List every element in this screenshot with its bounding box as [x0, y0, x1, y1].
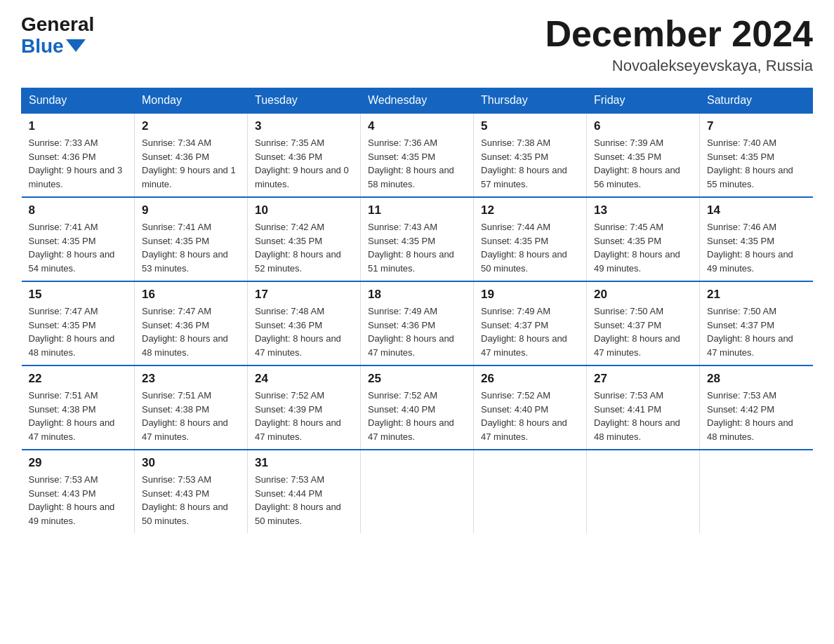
day-info: Sunrise: 7:42 AMSunset: 4:35 PMDaylight:… — [255, 222, 341, 274]
calendar-day-cell: 26 Sunrise: 7:52 AMSunset: 4:40 PMDaylig… — [474, 365, 587, 450]
calendar-day-cell: 17 Sunrise: 7:48 AMSunset: 4:36 PMDaylig… — [248, 281, 361, 365]
weekday-header-thursday: Thursday — [474, 88, 587, 114]
day-info: Sunrise: 7:53 AMSunset: 4:43 PMDaylight:… — [142, 474, 228, 526]
calendar-day-cell: 8 Sunrise: 7:41 AMSunset: 4:35 PMDayligh… — [22, 197, 135, 281]
location-label: Novoalekseyevskaya, Russia — [545, 57, 813, 75]
calendar-day-cell: 11 Sunrise: 7:43 AMSunset: 4:35 PMDaylig… — [361, 197, 474, 281]
calendar-table: SundayMondayTuesdayWednesdayThursdayFrid… — [21, 88, 813, 533]
weekday-header-tuesday: Tuesday — [248, 88, 361, 114]
day-number: 29 — [29, 456, 128, 470]
day-number: 5 — [481, 119, 579, 133]
day-number: 25 — [368, 372, 466, 386]
calendar-day-cell: 6 Sunrise: 7:39 AMSunset: 4:35 PMDayligh… — [587, 113, 700, 197]
day-info: Sunrise: 7:50 AMSunset: 4:37 PMDaylight:… — [707, 306, 793, 358]
day-number: 21 — [707, 288, 806, 302]
calendar-day-cell: 28 Sunrise: 7:53 AMSunset: 4:42 PMDaylig… — [700, 365, 813, 450]
calendar-day-cell: 18 Sunrise: 7:49 AMSunset: 4:36 PMDaylig… — [361, 281, 474, 365]
day-info: Sunrise: 7:41 AMSunset: 4:35 PMDaylight:… — [29, 222, 115, 274]
day-number: 26 — [481, 372, 579, 386]
weekday-header-monday: Monday — [135, 88, 248, 114]
calendar-day-cell: 10 Sunrise: 7:42 AMSunset: 4:35 PMDaylig… — [248, 197, 361, 281]
page-header: General Blue December 2024 Novoalekseyev… — [21, 14, 813, 75]
calendar-body: 1 Sunrise: 7:33 AMSunset: 4:36 PMDayligh… — [22, 113, 813, 533]
day-info: Sunrise: 7:39 AMSunset: 4:35 PMDaylight:… — [594, 137, 680, 189]
calendar-header: SundayMondayTuesdayWednesdayThursdayFrid… — [22, 88, 813, 114]
calendar-day-cell: 24 Sunrise: 7:52 AMSunset: 4:39 PMDaylig… — [248, 365, 361, 450]
calendar-week-row: 8 Sunrise: 7:41 AMSunset: 4:35 PMDayligh… — [22, 197, 813, 281]
day-number: 15 — [29, 288, 128, 302]
day-info: Sunrise: 7:34 AMSunset: 4:36 PMDaylight:… — [142, 137, 236, 189]
calendar-day-cell: 15 Sunrise: 7:47 AMSunset: 4:35 PMDaylig… — [22, 281, 135, 365]
day-number: 2 — [142, 119, 240, 133]
day-number: 16 — [142, 288, 240, 302]
day-number: 22 — [29, 372, 128, 386]
calendar-day-cell: 2 Sunrise: 7:34 AMSunset: 4:36 PMDayligh… — [135, 113, 248, 197]
calendar-day-cell — [474, 450, 587, 533]
calendar-day-cell: 12 Sunrise: 7:44 AMSunset: 4:35 PMDaylig… — [474, 197, 587, 281]
day-number: 6 — [594, 119, 692, 133]
calendar-day-cell: 25 Sunrise: 7:52 AMSunset: 4:40 PMDaylig… — [361, 365, 474, 450]
day-info: Sunrise: 7:49 AMSunset: 4:36 PMDaylight:… — [368, 306, 454, 358]
weekday-header-wednesday: Wednesday — [361, 88, 474, 114]
weekday-header-saturday: Saturday — [700, 88, 813, 114]
calendar-day-cell: 3 Sunrise: 7:35 AMSunset: 4:36 PMDayligh… — [248, 113, 361, 197]
day-number: 23 — [142, 372, 240, 386]
calendar-day-cell: 19 Sunrise: 7:49 AMSunset: 4:37 PMDaylig… — [474, 281, 587, 365]
day-info: Sunrise: 7:35 AMSunset: 4:36 PMDaylight:… — [255, 137, 349, 189]
calendar-day-cell: 14 Sunrise: 7:46 AMSunset: 4:35 PMDaylig… — [700, 197, 813, 281]
calendar-day-cell: 9 Sunrise: 7:41 AMSunset: 4:35 PMDayligh… — [135, 197, 248, 281]
logo-blue-text: Blue — [21, 36, 94, 58]
weekday-row: SundayMondayTuesdayWednesdayThursdayFrid… — [22, 88, 813, 114]
logo-general-text: General — [21, 14, 94, 36]
day-info: Sunrise: 7:50 AMSunset: 4:37 PMDaylight:… — [594, 306, 680, 358]
day-info: Sunrise: 7:41 AMSunset: 4:35 PMDaylight:… — [142, 222, 228, 274]
day-number: 18 — [368, 288, 466, 302]
calendar-day-cell: 29 Sunrise: 7:53 AMSunset: 4:43 PMDaylig… — [22, 450, 135, 533]
day-info: Sunrise: 7:52 AMSunset: 4:39 PMDaylight:… — [255, 390, 341, 442]
weekday-header-friday: Friday — [587, 88, 700, 114]
calendar-day-cell: 1 Sunrise: 7:33 AMSunset: 4:36 PMDayligh… — [22, 113, 135, 197]
day-number: 8 — [29, 203, 128, 217]
day-number: 24 — [255, 372, 353, 386]
day-number: 11 — [368, 203, 466, 217]
calendar-day-cell: 21 Sunrise: 7:50 AMSunset: 4:37 PMDaylig… — [700, 281, 813, 365]
day-info: Sunrise: 7:36 AMSunset: 4:35 PMDaylight:… — [368, 137, 454, 189]
day-number: 30 — [142, 456, 240, 470]
calendar-day-cell: 16 Sunrise: 7:47 AMSunset: 4:36 PMDaylig… — [135, 281, 248, 365]
day-info: Sunrise: 7:52 AMSunset: 4:40 PMDaylight:… — [481, 390, 567, 442]
calendar-day-cell: 30 Sunrise: 7:53 AMSunset: 4:43 PMDaylig… — [135, 450, 248, 533]
calendar-day-cell: 13 Sunrise: 7:45 AMSunset: 4:35 PMDaylig… — [587, 197, 700, 281]
logo-triangle-icon — [66, 39, 86, 52]
day-number: 28 — [707, 372, 806, 386]
day-number: 14 — [707, 203, 806, 217]
day-number: 10 — [255, 203, 353, 217]
day-info: Sunrise: 7:51 AMSunset: 4:38 PMDaylight:… — [29, 390, 115, 442]
day-number: 17 — [255, 288, 353, 302]
day-info: Sunrise: 7:47 AMSunset: 4:35 PMDaylight:… — [29, 306, 115, 358]
calendar-day-cell: 20 Sunrise: 7:50 AMSunset: 4:37 PMDaylig… — [587, 281, 700, 365]
title-block: December 2024 Novoalekseyevskaya, Russia — [545, 14, 813, 75]
day-number: 27 — [594, 372, 692, 386]
calendar-day-cell: 27 Sunrise: 7:53 AMSunset: 4:41 PMDaylig… — [587, 365, 700, 450]
day-number: 19 — [481, 288, 579, 302]
day-info: Sunrise: 7:40 AMSunset: 4:35 PMDaylight:… — [707, 137, 793, 189]
day-info: Sunrise: 7:49 AMSunset: 4:37 PMDaylight:… — [481, 306, 567, 358]
day-info: Sunrise: 7:44 AMSunset: 4:35 PMDaylight:… — [481, 222, 567, 274]
day-number: 20 — [594, 288, 692, 302]
calendar-week-row: 29 Sunrise: 7:53 AMSunset: 4:43 PMDaylig… — [22, 450, 813, 533]
day-number: 4 — [368, 119, 466, 133]
calendar-day-cell: 4 Sunrise: 7:36 AMSunset: 4:35 PMDayligh… — [361, 113, 474, 197]
calendar-week-row: 22 Sunrise: 7:51 AMSunset: 4:38 PMDaylig… — [22, 365, 813, 450]
day-number: 31 — [255, 456, 353, 470]
day-info: Sunrise: 7:53 AMSunset: 4:41 PMDaylight:… — [594, 390, 680, 442]
day-info: Sunrise: 7:45 AMSunset: 4:35 PMDaylight:… — [594, 222, 680, 274]
day-number: 13 — [594, 203, 692, 217]
calendar-week-row: 1 Sunrise: 7:33 AMSunset: 4:36 PMDayligh… — [22, 113, 813, 197]
day-number: 12 — [481, 203, 579, 217]
calendar-day-cell: 7 Sunrise: 7:40 AMSunset: 4:35 PMDayligh… — [700, 113, 813, 197]
day-info: Sunrise: 7:51 AMSunset: 4:38 PMDaylight:… — [142, 390, 228, 442]
day-info: Sunrise: 7:47 AMSunset: 4:36 PMDaylight:… — [142, 306, 228, 358]
calendar-day-cell: 31 Sunrise: 7:53 AMSunset: 4:44 PMDaylig… — [248, 450, 361, 533]
month-title: December 2024 — [545, 14, 813, 54]
day-info: Sunrise: 7:53 AMSunset: 4:43 PMDaylight:… — [29, 474, 115, 526]
